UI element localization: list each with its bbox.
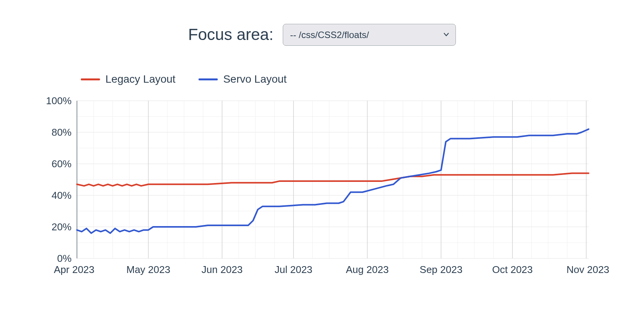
x-tick-label: Oct 2023 (492, 264, 533, 275)
legend-label-servo: Servo Layout (223, 73, 287, 85)
y-tick-label: 60% (52, 158, 72, 170)
legend-item-legacy: Legacy Layout (81, 73, 175, 85)
y-tick-label: 80% (52, 127, 72, 138)
x-tick-label: Apr 2023 (54, 264, 95, 275)
legend-label-legacy: Legacy Layout (105, 73, 175, 85)
chart-legend: Legacy Layout Servo Layout (81, 73, 612, 85)
legend-swatch-legacy (81, 78, 100, 80)
focus-area-label: Focus area: (188, 25, 274, 44)
legend-swatch-servo (199, 78, 218, 80)
x-tick-label: Jun 2023 (202, 264, 243, 275)
x-tick-label: Aug 2023 (346, 264, 389, 275)
y-tick-label: 40% (52, 190, 72, 201)
x-tick-label: Jul 2023 (275, 264, 312, 275)
x-tick-label: Nov 2023 (567, 264, 609, 275)
y-tick-label: 0% (57, 253, 72, 264)
legend-item-servo: Servo Layout (199, 73, 287, 85)
x-tick-label: May 2023 (126, 264, 170, 275)
x-tick-label: Sep 2023 (420, 264, 462, 275)
y-tick-label: 20% (52, 221, 72, 233)
focus-area-select[interactable]: -- /css/CSS2/floats/ (283, 24, 456, 46)
line-chart: 0%20%40%60%80%100%Apr 2023May 2023Jun 20… (35, 93, 612, 293)
y-tick-label: 100% (46, 95, 72, 107)
